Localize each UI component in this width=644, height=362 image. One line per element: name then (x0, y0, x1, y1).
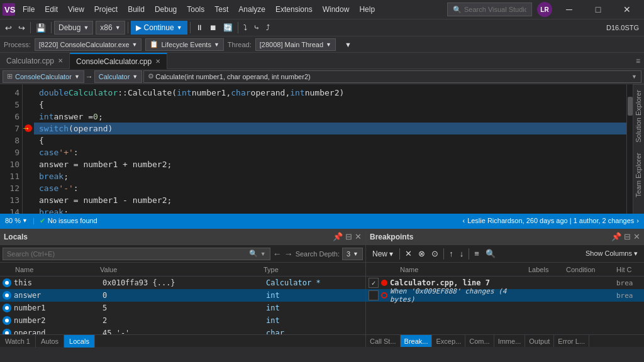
table-row[interactable]: this 0x010ffa93 {...} Calculator * (0, 277, 365, 289)
debug-config-dropdown[interactable]: Debug ▼ (54, 21, 93, 35)
undo-button[interactable]: ↩ (3, 22, 14, 34)
lifecycle-button[interactable]: 📋 Lifecycle Events ▼ (145, 38, 223, 51)
bp-row-2[interactable]: When '0x009EF888' changes (4 bytes) brea (366, 289, 644, 302)
disable-all-bp-button[interactable]: ⊙ (429, 248, 441, 260)
locals-dock-icon[interactable]: ⊟ (345, 232, 352, 241)
menu-view[interactable]: View (63, 3, 89, 16)
bp-tab-breakpoints[interactable]: Break... (401, 335, 433, 348)
menu-project[interactable]: Project (89, 3, 123, 16)
menu-extensions[interactable]: Extensions (270, 3, 318, 16)
nav-fwd-btn[interactable]: → (284, 249, 293, 259)
import-bp-button[interactable]: ↓ (457, 248, 467, 260)
tab-consolecalculator-cpp-close-icon[interactable]: ✕ (155, 58, 160, 65)
search-bp-button[interactable]: 🔍 (483, 248, 498, 260)
table-row[interactable]: answer 0 int (0, 289, 365, 302)
bp-close-icon[interactable]: ✕ (633, 232, 640, 241)
locals-pin-icon[interactable]: 📌 (333, 232, 343, 241)
table-row[interactable]: number2 2 int (0, 314, 365, 327)
minimize-button[interactable]: ─ (555, 0, 584, 19)
search-input[interactable] (464, 6, 526, 13)
method-sig[interactable]: ⚙ Calculate(int number1, char operand, i… (143, 70, 641, 83)
filter-button[interactable]: ▼ (342, 40, 354, 50)
menu-edit[interactable]: Edit (40, 3, 63, 16)
editor-scroll-thumb[interactable] (628, 97, 633, 116)
step-over-button[interactable]: ⤵ (241, 22, 250, 33)
bp-checkbox-1[interactable]: ✓ (369, 278, 379, 288)
bp-checkbox-2[interactable] (369, 290, 379, 300)
bp-dock-icon[interactable]: ⊟ (624, 232, 631, 241)
table-row[interactable]: operand 45 '-' char (0, 327, 365, 334)
thread-dropdown[interactable]: [28008] Main Thread ▼ (255, 38, 336, 51)
class-dropdown[interactable]: Calculator ▼ (94, 70, 142, 83)
menu-bar: File Edit View Project Build Debug Tools… (18, 3, 447, 16)
bottom-tab-locals[interactable]: Locals (64, 335, 95, 348)
show-columns-button[interactable]: Show Columns ▾ (582, 248, 641, 259)
git-info[interactable]: ‹ Leslie Richardson, 260 days ago | 1 au… (462, 217, 639, 224)
platform-dropdown[interactable]: x86 ▼ (96, 21, 125, 35)
menu-file[interactable]: File (18, 3, 40, 16)
step-into-button[interactable]: ⤷ (251, 22, 262, 33)
delete-bp-button[interactable]: ✕ (402, 248, 414, 260)
go-to-source-button[interactable]: ≡ (472, 248, 482, 260)
bp-tab-output[interactable]: Output (525, 335, 554, 348)
debug-config-label: Debug (58, 23, 80, 32)
stop-button[interactable]: ⏹ (207, 22, 219, 33)
menu-window[interactable]: Window (318, 3, 355, 16)
bp-pin-icon[interactable]: 📌 (611, 232, 621, 241)
continue-button[interactable]: ▶ Continue ▼ (131, 21, 187, 35)
zoom-dropdown[interactable]: 80 % ▼ (5, 217, 28, 224)
nav-back-btn[interactable]: ← (273, 249, 282, 259)
locals-table-header: Name Value Type (0, 263, 365, 277)
bp-tab-command[interactable]: Com... (465, 335, 494, 348)
menu-debug[interactable]: Debug (150, 3, 182, 16)
bottom-tab-autos[interactable]: Autos (36, 335, 64, 348)
locals-close-icon[interactable]: ✕ (355, 232, 362, 241)
thread-value: [28008] Main Thread (260, 41, 323, 48)
tab-consolecalculator-cpp[interactable]: ConsoleCalculator.cpp ✕ (70, 53, 167, 69)
no-issues-status[interactable]: ✔ No issues found (40, 217, 97, 225)
menu-help[interactable]: Help (354, 3, 380, 16)
tab-panel-btn[interactable]: ≡ (632, 57, 644, 65)
process-dropdown[interactable]: [8220] ConsoleCalculator.exe ▼ (35, 38, 142, 51)
line-num-11: 11 (0, 170, 19, 182)
locals-search-box[interactable]: 🔍 ▼ (3, 248, 270, 260)
editor-scrollbar[interactable] (626, 84, 633, 214)
continue-chevron-icon: ▼ (177, 25, 182, 31)
diagnostics-button[interactable]: D16.0STG (604, 23, 641, 33)
locals-search-input[interactable] (7, 250, 247, 258)
save-button[interactable]: 💾 (33, 22, 48, 34)
bottom-tab-watch1[interactable]: Watch 1 (0, 335, 36, 348)
maximize-button[interactable]: □ (584, 0, 613, 19)
user-avatar[interactable]: LR (537, 2, 552, 17)
code-content[interactable]: double Calculator ::Calculate( int numbe… (34, 84, 626, 214)
table-row[interactable]: number1 5 int (0, 302, 365, 314)
team-explorer-panel-btn[interactable]: Team Explorer (633, 148, 644, 202)
bp-dot-1 (381, 280, 387, 286)
menu-build[interactable]: Build (123, 3, 150, 16)
export-bp-button[interactable]: ↑ (447, 248, 456, 260)
namespace-dropdown[interactable]: ⊞ ConsoleCalculator ▼ (3, 70, 84, 83)
depth-dropdown[interactable]: 3 ▼ (342, 248, 363, 260)
line-num-10: 10 (0, 158, 19, 170)
locals-search-chevron-icon[interactable]: ▼ (260, 251, 266, 257)
restart-button[interactable]: 🔄 (221, 22, 235, 33)
redo-button[interactable]: ↪ (16, 22, 28, 34)
bp-tab-callstack[interactable]: Call St... (366, 335, 401, 348)
pause-button[interactable]: ⏸ (193, 22, 206, 33)
tab-calculator-cpp[interactable]: Calculator.cpp ✕ (0, 53, 70, 69)
delete-all-bp-button[interactable]: ⊗ (416, 248, 428, 260)
bp-tab-immediate[interactable]: Imme... (494, 335, 526, 348)
bp-tab-errorlist[interactable]: Error L... (554, 335, 589, 348)
close-button[interactable]: ✕ (613, 0, 641, 19)
tab-calculator-cpp-close-icon[interactable]: ✕ (58, 57, 63, 64)
menu-tools[interactable]: Tools (182, 3, 209, 16)
step-out-button[interactable]: ⤴ (264, 22, 272, 33)
editor[interactable]: 4 5 6 7 8 9 10 11 12 13 14 → double Calc… (0, 84, 633, 214)
search-box[interactable]: 🔍 (447, 3, 532, 16)
menu-analyze[interactable]: Analyze (233, 3, 270, 16)
new-breakpoint-button[interactable]: New ▾ (369, 248, 397, 260)
bp-tab-exceptions[interactable]: Excep... (432, 335, 465, 348)
class-label: Calculator (99, 73, 130, 80)
solution-explorer-panel-btn[interactable]: Solution Explorer (633, 84, 644, 148)
menu-test[interactable]: Test (209, 3, 233, 16)
